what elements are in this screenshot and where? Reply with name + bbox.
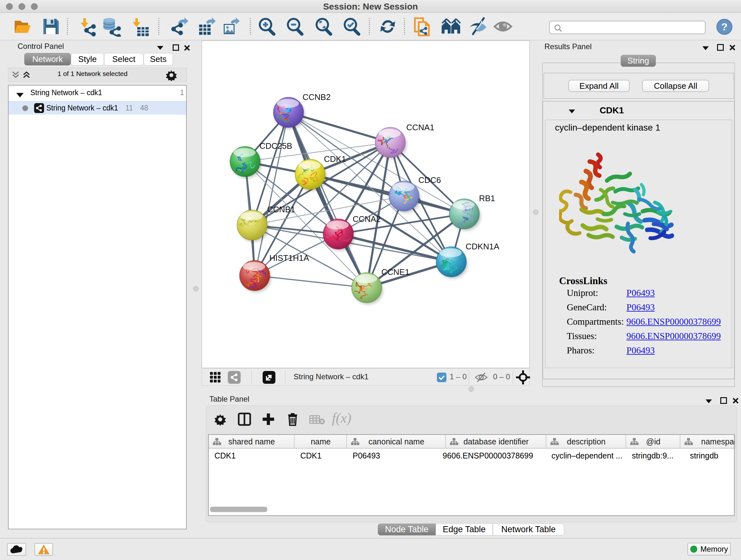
svg-text:?: ?	[721, 21, 728, 33]
svg-text:HIST1H1A: HIST1H1A	[269, 253, 309, 263]
svg-text:CDK1: CDK1	[324, 154, 346, 164]
svg-text:CCNE1: CCNE1	[381, 267, 409, 277]
svg-text:CCNB1: CCNB1	[267, 205, 295, 214]
svg-text:CCNA1: CCNA1	[406, 123, 434, 132]
svg-text:CDC6: CDC6	[418, 175, 441, 185]
svg-text:CDKN1A: CDKN1A	[466, 242, 499, 251]
svg-text:CCNB2: CCNB2	[302, 92, 331, 102]
svg-text:CDC25B: CDC25B	[259, 141, 292, 151]
svg-text:CCNA2: CCNA2	[353, 214, 381, 224]
svg-text:RB1: RB1	[479, 193, 495, 203]
